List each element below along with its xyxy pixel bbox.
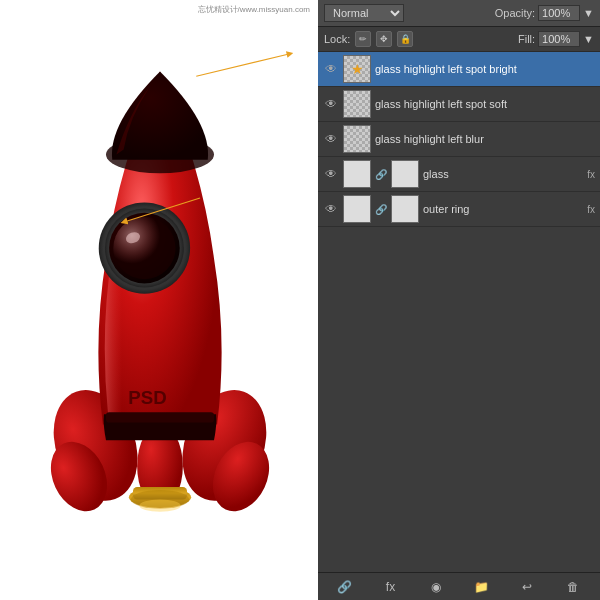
layer-thumb-2: [343, 90, 371, 118]
layer-row-3[interactable]: 👁glass highlight left blur: [318, 122, 600, 157]
layer-mask-button[interactable]: ◉: [425, 577, 447, 597]
layers-panel: Normal Opacity: ▼ Lock: ✏ ✥ 🔒 Fill: ▼ 👁g…: [318, 0, 600, 600]
lock-row: Lock: ✏ ✥ 🔒 Fill: ▼: [318, 27, 600, 52]
layer-thumb2-4: [391, 160, 419, 188]
layer-name-4: glass: [423, 168, 581, 180]
new-layer-button[interactable]: ↩: [516, 577, 538, 597]
delete-layer-button[interactable]: 🗑: [562, 577, 584, 597]
layer-name-2: glass highlight left spot soft: [375, 98, 595, 110]
opacity-input[interactable]: [538, 5, 580, 21]
chain-icon-5: 🔗: [375, 204, 387, 215]
layer-row-2[interactable]: 👁glass highlight left spot soft: [318, 87, 600, 122]
new-group-button[interactable]: 📁: [471, 577, 493, 597]
svg-point-16: [113, 217, 175, 279]
panel-bottom-toolbar: 🔗 fx ◉ 📁 ↩ 🗑: [318, 572, 600, 600]
fill-section: Fill: ▼: [518, 31, 594, 47]
layer-name-5: outer ring: [423, 203, 581, 215]
eye-icon-5[interactable]: 👁: [323, 201, 339, 217]
lock-position-button[interactable]: ✥: [376, 31, 392, 47]
layer-thumb-1: [343, 55, 371, 83]
link-layers-button[interactable]: 🔗: [334, 577, 356, 597]
rocket-svg: PSD: [20, 30, 300, 570]
panel-topbar: Normal Opacity: ▼: [318, 0, 600, 27]
chain-icon-4: 🔗: [375, 169, 387, 180]
layer-row-4[interactable]: 👁🔗glassfx: [318, 157, 600, 192]
rocket-illustration-area: PSD: [0, 0, 320, 600]
layers-list: 👁glass highlight left spot bright👁glass …: [318, 52, 600, 227]
svg-point-10: [139, 499, 181, 511]
fill-arrow-icon: ▼: [583, 33, 594, 45]
fx-badge-5: fx: [587, 204, 595, 215]
layer-thumb-3: [343, 125, 371, 153]
layer-thumb2-5: [391, 195, 419, 223]
lock-label: Lock:: [324, 33, 350, 45]
svg-rect-6: [106, 412, 214, 422]
layer-row-5[interactable]: 👁🔗outer ringfx: [318, 192, 600, 227]
opacity-arrow-icon: ▼: [583, 7, 594, 19]
lock-all-button[interactable]: 🔒: [397, 31, 413, 47]
eye-icon-2[interactable]: 👁: [323, 96, 339, 112]
blend-mode-select[interactable]: Normal: [324, 4, 404, 22]
opacity-section: Opacity: ▼: [495, 5, 594, 21]
layer-fx-button[interactable]: fx: [379, 577, 401, 597]
eye-icon-1[interactable]: 👁: [323, 61, 339, 77]
fill-label: Fill:: [518, 33, 535, 45]
watermark: 忘忧精设计/www.missyuan.com: [198, 4, 310, 15]
eye-icon-4[interactable]: 👁: [323, 166, 339, 182]
svg-text:PSD: PSD: [128, 387, 166, 408]
eye-icon-3[interactable]: 👁: [323, 131, 339, 147]
layer-thumb-4: [343, 160, 371, 188]
opacity-label: Opacity:: [495, 7, 535, 19]
layer-row-1[interactable]: 👁glass highlight left spot bright: [318, 52, 600, 87]
layer-name-3: glass highlight left blur: [375, 133, 595, 145]
layer-thumb-5: [343, 195, 371, 223]
fx-badge-4: fx: [587, 169, 595, 180]
lock-pixels-button[interactable]: ✏: [355, 31, 371, 47]
layer-name-1: glass highlight left spot bright: [375, 63, 595, 75]
fill-input[interactable]: [538, 31, 580, 47]
